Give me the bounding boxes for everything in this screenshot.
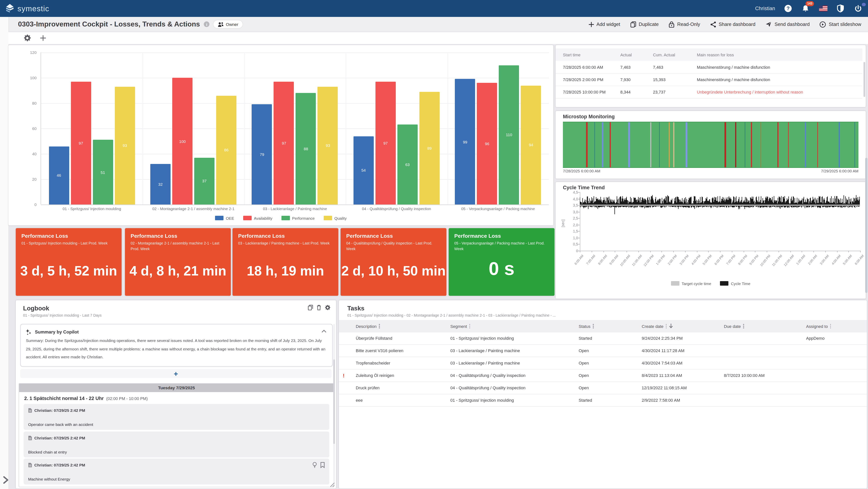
- expand-sidebar-chevron-icon[interactable]: [2, 476, 9, 484]
- microstop-stripe[interactable]: [751, 122, 752, 167]
- microstop-stripe[interactable]: [777, 122, 778, 167]
- tasks-row[interactable]: Tropfenabscheider03 - Lackieranlage / Pa…: [339, 357, 867, 370]
- resize-handle-icon[interactable]: [330, 482, 335, 487]
- help-icon[interactable]: ?: [783, 4, 793, 13]
- language-flag-icon[interactable]: [818, 4, 828, 13]
- performance-loss-tile[interactable]: Performance Loss02 - Montageanlage 2-1 /…: [125, 228, 231, 296]
- tasks-column-header[interactable]: Description: [356, 324, 450, 329]
- bookmark-icon[interactable]: [320, 462, 325, 468]
- trash-icon[interactable]: [316, 305, 321, 310]
- loss-table-row[interactable]: 7/28/2025 10:00:00 PM8,34423,737Unbegrün…: [556, 86, 862, 98]
- loss-table-scrollbar[interactable]: [863, 62, 865, 97]
- column-menu-kebab-icon[interactable]: [593, 324, 594, 328]
- microstop-stripe[interactable]: [674, 122, 674, 167]
- microstop-stripe[interactable]: [610, 122, 611, 167]
- loss-table-column[interactable]: Main reason for loss: [697, 52, 862, 57]
- notifications-bell-icon[interactable]: 143: [801, 4, 810, 13]
- logbook-entry[interactable]: Christian: 07/29/25 2:42 PMMachine witho…: [24, 459, 329, 485]
- microstop-timeline-band[interactable]: [563, 122, 859, 168]
- bar-quality[interactable]: 86: [216, 95, 237, 205]
- microstop-stripe[interactable]: [586, 122, 588, 167]
- share-dashboard-button[interactable]: Share dashboard: [710, 21, 755, 27]
- bar-availability[interactable]: 100: [172, 78, 192, 204]
- column-menu-kebab-icon[interactable]: [469, 324, 470, 328]
- loss-table-row[interactable]: 7/28/2025 2:00:00 PM7,93015,393Maschinen…: [556, 73, 862, 86]
- loss-table-widget[interactable]: Start timeActualCum. ActualMain reason f…: [556, 45, 866, 107]
- microstop-stripe[interactable]: [854, 122, 855, 167]
- microstop-stripe[interactable]: [659, 122, 660, 167]
- tasks-column-header[interactable]: Segment: [450, 324, 579, 329]
- bar-performance[interactable]: 37: [194, 157, 214, 204]
- microstop-stripe[interactable]: [788, 122, 789, 167]
- bar-performance[interactable]: 110: [499, 65, 519, 205]
- bar-oee[interactable]: 46: [49, 146, 69, 205]
- sort-desc-arrow-icon[interactable]: [669, 323, 674, 328]
- tasks-row[interactable]: eee01 - Spritzguss/ Injection mouldingSt…: [339, 394, 867, 407]
- microstop-stripe[interactable]: [602, 122, 603, 167]
- performance-loss-tile[interactable]: Performance Loss03 - Lackieranlage / Pai…: [232, 228, 338, 296]
- tasks-row[interactable]: Druck prüfen04 - Qualitätsprüfung / Qual…: [339, 382, 867, 394]
- bar-availability[interactable]: 97: [274, 82, 294, 204]
- bar-performance[interactable]: 51: [93, 140, 113, 204]
- bar-performance[interactable]: 63: [397, 125, 418, 204]
- info-icon[interactable]: i: [204, 21, 210, 27]
- collapse-chevron-icon[interactable]: [321, 329, 327, 333]
- tasks-row[interactable]: !Zuleitung Öl reinigen04 - Qualitätsprüf…: [339, 370, 867, 382]
- microstop-stripe[interactable]: [686, 122, 687, 167]
- performance-loss-tile[interactable]: Performance Loss04 - Qualitätsprüfung / …: [341, 228, 446, 296]
- bar-oee[interactable]: 32: [150, 164, 170, 204]
- tasks-column-header[interactable]: Status: [579, 324, 642, 329]
- microstop-stripe[interactable]: [628, 122, 630, 167]
- loss-table-column[interactable]: Cum. Actual: [653, 52, 697, 57]
- user-name[interactable]: Christian: [755, 6, 775, 11]
- bar-quality[interactable]: 94: [521, 85, 541, 205]
- logbook-entry[interactable]: Christian: 07/29/25 2:42 PMOperator came…: [24, 404, 329, 430]
- duplicate-button[interactable]: Duplicate: [630, 21, 659, 27]
- microstop-stripe[interactable]: [817, 122, 818, 167]
- gear-icon[interactable]: [24, 34, 31, 42]
- bar-quality[interactable]: 93: [318, 87, 338, 204]
- loss-table-column[interactable]: Start time: [563, 52, 620, 57]
- logbook-widget[interactable]: Logbook 01 - Spritzguss/ Injection mould…: [16, 300, 336, 488]
- tasks-column-header[interactable]: Assigned to: [806, 324, 867, 329]
- microstop-stripe[interactable]: [839, 122, 840, 167]
- add-widget-button[interactable]: Add widget: [589, 21, 620, 27]
- logbook-add-entry-button[interactable]: +: [20, 369, 332, 378]
- bar-oee[interactable]: 54: [353, 136, 374, 205]
- brand-logo[interactable]: symestic: [6, 4, 49, 13]
- tasks-row[interactable]: Bitte zuerst V316 polieren03 - Lackieran…: [339, 345, 867, 357]
- microstop-monitoring-widget[interactable]: Microstop Monitoring 7/28/2025 6:00:00 A…: [556, 111, 866, 179]
- page-scrollbar[interactable]: [865, 158, 867, 293]
- microstop-stripe[interactable]: [745, 122, 745, 167]
- privacy-shield-icon[interactable]: [836, 4, 845, 13]
- loss-table-row[interactable]: 7/28/2025 6:00:00 AM7,4637,463Maschinens…: [556, 61, 862, 74]
- column-menu-kebab-icon[interactable]: [743, 324, 744, 328]
- bar-performance[interactable]: 88: [296, 93, 316, 204]
- start-slideshow-button[interactable]: Start slideshow: [820, 21, 861, 27]
- logbook-scrollbar[interactable]: [333, 359, 335, 444]
- widget-settings-gear-icon[interactable]: [325, 305, 331, 310]
- oee-bar-chart-widget[interactable]: 120100806040200 469751933210037867997889…: [8, 45, 553, 225]
- copy-icon[interactable]: [308, 305, 313, 310]
- read-only-button[interactable]: Read-Only: [669, 21, 700, 27]
- tasks-row[interactable]: Überprüfe Füllstand01 - Spritzguss/ Inje…: [339, 333, 867, 345]
- bar-quality[interactable]: 89: [420, 92, 440, 204]
- column-menu-kebab-icon[interactable]: [379, 324, 380, 328]
- microstop-stripe[interactable]: [594, 122, 595, 167]
- lightbulb-icon[interactable]: [312, 462, 317, 468]
- microstop-stripe[interactable]: [650, 122, 652, 167]
- microstop-stripe[interactable]: [760, 122, 761, 167]
- bar-availability[interactable]: 97: [71, 82, 91, 204]
- add-dashboard-tab-icon[interactable]: [40, 35, 46, 41]
- bar-availability[interactable]: 96: [477, 83, 497, 204]
- performance-loss-tile[interactable]: Performance Loss05 - Verpackungsanlage /…: [448, 228, 554, 296]
- send-dashboard-button[interactable]: Send dashboard: [766, 21, 810, 27]
- loss-table-column[interactable]: Actual: [620, 52, 653, 57]
- microstop-stripe[interactable]: [669, 122, 670, 167]
- tasks-column-header[interactable]: Create date: [642, 323, 724, 329]
- column-menu-kebab-icon[interactable]: [666, 324, 666, 328]
- bar-quality[interactable]: 93: [115, 87, 135, 204]
- column-menu-kebab-icon[interactable]: [830, 324, 831, 328]
- logout-power-icon[interactable]: [854, 4, 862, 13]
- cycle-time-trend-widget[interactable]: Cycle Time Trend [sec] 4,54,03,53,02,52,…: [556, 182, 866, 298]
